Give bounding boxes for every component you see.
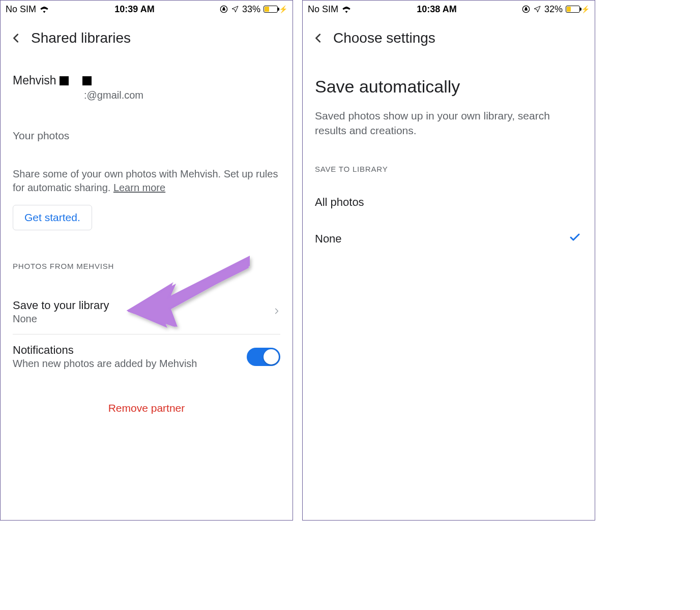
left-phone: No SIM 10:39 AM 33% ⚡ [0, 0, 293, 521]
save-auto-desc: Saved photos show up in your own library… [315, 109, 582, 138]
save-to-library-row[interactable]: Save to your library None [13, 290, 280, 334]
rotation-lock-icon [220, 5, 228, 13]
remove-partner-button[interactable]: Remove partner [13, 402, 280, 414]
back-icon[interactable] [11, 33, 22, 44]
learn-more-link[interactable]: Learn more [113, 182, 165, 193]
page-header: Shared libraries [1, 16, 293, 51]
redacted-block [60, 76, 69, 85]
save-auto-title: Save automatically [315, 77, 582, 97]
location-icon [231, 5, 239, 13]
section-photos-from: PHOTOS FROM MEHVISH [13, 262, 280, 270]
row-title: Notifications [13, 344, 197, 357]
status-time: 10:38 AM [417, 4, 456, 15]
your-photos-label: Your photos [13, 130, 280, 142]
status-bar: No SIM 10:38 AM 32% ⚡ [303, 1, 595, 16]
share-description: Share some of your own photos with Mehvi… [13, 167, 280, 195]
option-none[interactable]: None [315, 220, 582, 258]
carrier-text: No SIM [6, 4, 36, 15]
back-icon[interactable] [313, 33, 324, 44]
page-header: Choose settings [303, 16, 595, 51]
option-label: All photos [315, 196, 364, 209]
check-icon [567, 231, 582, 247]
row-title: Save to your library [13, 299, 109, 312]
page-title: Choose settings [333, 30, 435, 46]
battery-pct: 33% [242, 4, 260, 15]
partner-name: Mehvish [13, 74, 280, 87]
get-started-button[interactable]: Get started. [13, 205, 92, 230]
battery-icon: ⚡ [264, 5, 287, 13]
row-sub: When new photos are added by Mehvish [13, 358, 197, 370]
wifi-icon [341, 5, 352, 13]
chevron-right-icon [273, 306, 280, 319]
status-bar: No SIM 10:39 AM 33% ⚡ [1, 1, 293, 16]
notifications-toggle[interactable] [247, 348, 280, 366]
partner-email: :@gmail.com [84, 89, 280, 101]
option-all-photos[interactable]: All photos [315, 185, 582, 220]
section-save-to-library: SAVE TO LIBRARY [315, 165, 582, 173]
battery-pct: 32% [544, 4, 563, 15]
location-icon [533, 5, 541, 13]
notifications-row: Notifications When new photos are added … [13, 334, 280, 379]
status-time: 10:39 AM [114, 4, 154, 15]
battery-icon: ⚡ [566, 5, 590, 13]
rotation-lock-icon [522, 5, 530, 13]
redacted-block [82, 76, 92, 85]
wifi-icon [39, 5, 49, 13]
page-title: Shared libraries [31, 30, 131, 46]
option-label: None [315, 232, 342, 246]
toggle-knob [264, 349, 279, 364]
right-phone: No SIM 10:38 AM 32% ⚡ [302, 0, 595, 521]
carrier-text: No SIM [308, 4, 338, 15]
row-value: None [13, 313, 109, 325]
